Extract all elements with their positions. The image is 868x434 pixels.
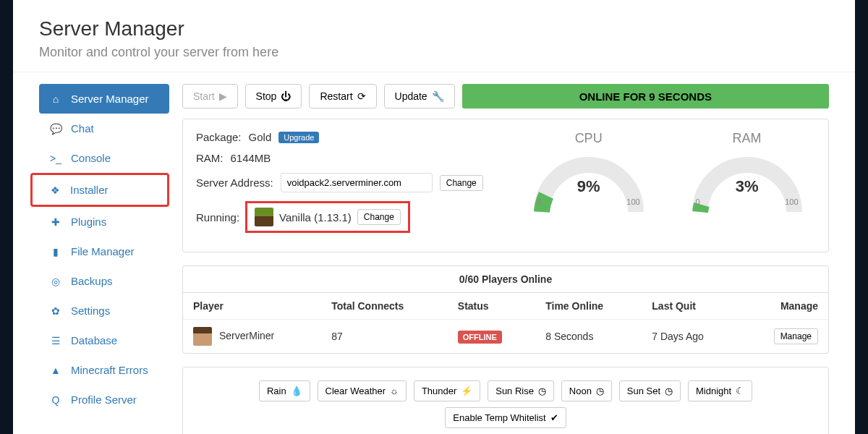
sidebar-item-database[interactable]: ☰ Database xyxy=(39,326,169,355)
cpu-gauge-title: CPU xyxy=(527,131,650,146)
sidebar-item-profile-server[interactable]: Q Profile Server xyxy=(39,385,169,414)
change-running-button[interactable]: Change xyxy=(357,209,401,225)
col-connects: Total Connects xyxy=(321,293,448,320)
search-icon: Q xyxy=(49,394,62,406)
ram-gauge: RAM 3% 0100 xyxy=(686,131,809,242)
chat-icon: 💬 xyxy=(49,123,62,135)
gear-icon: ✿ xyxy=(49,305,62,317)
clock-icon: ◷ xyxy=(538,386,546,396)
sidebar-item-label: File Manager xyxy=(71,245,135,258)
sidebar-item-installer[interactable]: ❖ Installer xyxy=(30,173,169,207)
player-row: ServerMiner 87 OFFLINE 8 Seconds 7 Days … xyxy=(183,320,828,354)
info-panel: Package: Gold Upgrade RAM: 6144MB Server… xyxy=(182,119,829,252)
sidebar-item-label: Database xyxy=(71,334,117,346)
sidebar-item-minecraft-errors[interactable]: ▲ Minecraft Errors xyxy=(39,355,169,385)
warning-icon: ▲ xyxy=(49,365,62,376)
enable-whitelist-button[interactable]: Enable Temp Whitelist✔ xyxy=(445,407,566,428)
player-time: 8 Seconds xyxy=(535,320,642,354)
col-status: Status xyxy=(448,293,535,320)
refresh-icon: ⟳ xyxy=(357,90,366,102)
server-address-input[interactable] xyxy=(281,173,433,192)
player-avatar xyxy=(193,327,212,346)
noon-button[interactable]: Noon◷ xyxy=(561,380,612,401)
change-address-button[interactable]: Change xyxy=(440,175,483,191)
sidebar-item-label: Profile Server xyxy=(71,393,137,406)
sidebar-item-label: Backups xyxy=(71,275,113,287)
play-icon: ▶ xyxy=(219,90,227,102)
manage-player-button[interactable]: Manage xyxy=(774,328,818,344)
clock-icon: ◷ xyxy=(665,386,673,396)
running-highlight: Vanilla (1.13.1) Change xyxy=(245,201,410,233)
upgrade-button[interactable]: Upgrade xyxy=(278,132,319,143)
sidebar-item-label: Console xyxy=(71,152,111,164)
sun-icon: ☼ xyxy=(390,386,399,396)
database-icon: ☰ xyxy=(49,335,62,346)
player-name: ServerMiner xyxy=(219,330,274,341)
check-icon: ✔ xyxy=(550,412,558,423)
sidebar-item-settings[interactable]: ✿ Settings xyxy=(39,296,169,326)
col-manage: Manage xyxy=(740,293,828,320)
running-label: Running: xyxy=(196,211,239,224)
ram-value: 6144MB xyxy=(231,152,271,164)
thunder-button[interactable]: Thunder⚡ xyxy=(414,380,480,401)
file-icon: ▮ xyxy=(49,246,62,258)
col-time: Time Online xyxy=(535,293,642,320)
clear-weather-button[interactable]: Clear Weather☼ xyxy=(318,380,407,401)
page-header: Server Manager Monitor and control your … xyxy=(13,0,855,72)
page-subtitle: Monitor and control your server from her… xyxy=(39,45,829,60)
players-panel: 0/60 Players Online Player Total Connect… xyxy=(182,265,829,354)
package-label: Package: xyxy=(196,131,242,143)
cpu-gauge: CPU 9% 0100 xyxy=(527,131,650,242)
running-value: Vanilla (1.13.1) xyxy=(279,211,352,224)
address-label: Server Address: xyxy=(196,176,273,189)
droplet-icon: 💧 xyxy=(291,386,302,396)
sidebar-item-label: Installer xyxy=(70,184,109,196)
col-player: Player xyxy=(183,293,321,320)
sidebar-item-console[interactable]: >_ Console xyxy=(39,143,169,173)
restart-button[interactable]: Restart ⟳ xyxy=(309,84,376,109)
home-icon: ⌂ xyxy=(49,93,62,105)
player-status-badge: OFFLINE xyxy=(458,331,502,344)
sun-rise-button[interactable]: Sun Rise◷ xyxy=(488,380,554,401)
midnight-button[interactable]: Midnight☾ xyxy=(688,380,752,401)
stop-button[interactable]: Stop ⏻ xyxy=(245,84,302,109)
sidebar-item-plugins[interactable]: ✚ Plugins xyxy=(39,207,169,237)
status-bar: ONLINE FOR 9 SECONDS xyxy=(462,84,829,109)
player-connects: 87 xyxy=(321,320,448,354)
bolt-icon: ⚡ xyxy=(461,386,472,396)
sidebar-item-label: Plugins xyxy=(71,216,106,228)
sidebar-item-backups[interactable]: ◎ Backups xyxy=(39,266,169,296)
sidebar: ⌂ Server Manager 💬 Chat >_ Console ❖ Ins… xyxy=(39,84,169,434)
col-last: Last Quit xyxy=(642,293,740,320)
terminal-icon: >_ xyxy=(49,153,62,164)
sidebar-item-label: Minecraft Errors xyxy=(71,364,148,376)
main-content: Start ▶ Stop ⏻ Restart ⟳ Update 🔧 ONLINE… xyxy=(182,84,829,434)
minecraft-icon xyxy=(255,208,273,226)
sidebar-item-label: Chat xyxy=(71,122,94,135)
sidebar-item-chat[interactable]: 💬 Chat xyxy=(39,114,169,143)
players-title: 0/60 Players Online xyxy=(183,266,828,293)
sidebar-item-server-manager[interactable]: ⌂ Server Manager xyxy=(39,84,169,114)
update-button[interactable]: Update 🔧 xyxy=(384,84,455,109)
start-button[interactable]: Start ▶ xyxy=(182,84,238,109)
ram-label: RAM: xyxy=(196,152,224,164)
sidebar-item-label: Server Manager xyxy=(71,93,149,105)
rain-button[interactable]: Rain💧 xyxy=(259,380,310,401)
sun-set-button[interactable]: Sun Set◷ xyxy=(619,380,681,401)
sidebar-item-label: Settings xyxy=(71,305,110,317)
sidebar-item-file-manager[interactable]: ▮ File Manager xyxy=(39,237,169,266)
life-ring-icon: ◎ xyxy=(49,276,62,287)
wrench-icon: 🔧 xyxy=(432,90,444,102)
clock-icon: ◷ xyxy=(596,386,604,396)
page-title: Server Manager xyxy=(39,17,829,41)
quick-actions-panel: Rain💧 Clear Weather☼ Thunder⚡ Sun Rise◷ … xyxy=(182,367,829,434)
power-icon: ⏻ xyxy=(281,90,291,102)
moon-icon: ☾ xyxy=(736,386,744,396)
player-last: 7 Days Ago xyxy=(642,320,740,354)
ram-gauge-title: RAM xyxy=(686,131,809,146)
package-value: Gold xyxy=(249,131,272,143)
puzzle-icon: ✚ xyxy=(49,216,62,228)
cubes-icon: ❖ xyxy=(48,184,61,196)
